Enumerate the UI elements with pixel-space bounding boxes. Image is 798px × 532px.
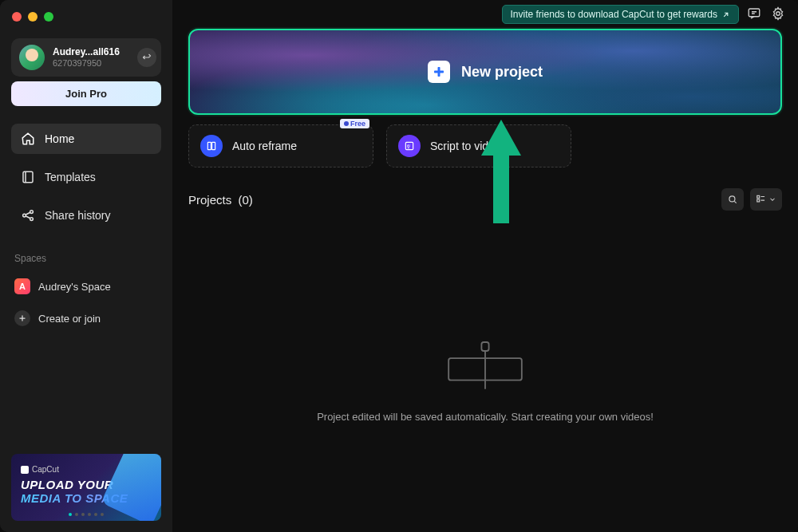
new-project-label: New project	[461, 64, 543, 81]
minimize-window-icon[interactable]	[28, 12, 38, 22]
svg-rect-7	[434, 71, 444, 73]
script-to-video-icon: AI	[398, 135, 421, 157]
sidebar: Audrey...all616 6270397950 Join Pro Home…	[0, 0, 172, 532]
svg-rect-8	[207, 142, 211, 149]
script-to-video-card[interactable]: AI Script to video	[386, 124, 571, 167]
promo-banner[interactable]: CapCut UPLOAD YOUR MEDIA TO SPACE	[11, 454, 161, 521]
switch-account-icon[interactable]	[137, 48, 156, 67]
search-icon	[727, 194, 738, 205]
svg-point-12	[729, 196, 735, 202]
search-button[interactable]	[721, 188, 744, 211]
feedback-icon[interactable]	[747, 6, 763, 22]
carousel-dots[interactable]	[69, 513, 104, 516]
topbar: Invite friends to download CapCut to get…	[172, 0, 798, 29]
svg-rect-9	[212, 142, 215, 149]
empty-illustration-icon	[441, 336, 529, 395]
svg-rect-4	[749, 9, 760, 17]
projects-heading: Projects (0)	[188, 193, 253, 207]
nav-templates[interactable]: Templates	[11, 162, 161, 192]
close-window-icon[interactable]	[12, 12, 22, 22]
avatar	[19, 45, 45, 70]
main-area: Invite friends to download CapCut to get…	[172, 0, 798, 532]
nav-label: Templates	[45, 171, 96, 183]
join-pro-button[interactable]: Join Pro	[11, 81, 161, 106]
chevron-down-icon	[768, 194, 776, 205]
svg-rect-17	[481, 342, 488, 351]
empty-state-text: Project edited will be saved automatical…	[317, 411, 654, 423]
settings-icon[interactable]	[771, 6, 787, 22]
plus-icon	[14, 310, 30, 326]
maximize-window-icon[interactable]	[44, 12, 53, 22]
grid-view-icon	[756, 194, 767, 205]
svg-rect-0	[23, 171, 33, 183]
nav-label: Home	[45, 132, 74, 145]
nav-label: Share history	[45, 209, 110, 222]
new-project-button[interactable]: New project	[188, 29, 782, 115]
create-or-join-space[interactable]: Create or join	[11, 304, 161, 333]
space-name: Audrey's Space	[38, 281, 111, 293]
auto-reframe-label: Auto reframe	[232, 140, 297, 152]
space-item[interactable]: A Audrey's Space	[11, 272, 161, 301]
user-card[interactable]: Audrey...all616 6270397950	[11, 38, 161, 77]
create-join-label: Create or join	[38, 313, 101, 325]
projects-empty-state: Project edited will be saved automatical…	[188, 242, 782, 516]
svg-point-5	[776, 12, 780, 16]
free-badge: Free	[340, 119, 369, 128]
space-badge-icon: A	[14, 278, 30, 294]
svg-text:AI: AI	[407, 144, 410, 148]
script-to-video-label: Script to video	[430, 140, 501, 152]
invite-friends-button[interactable]: Invite friends to download CapCut to get…	[502, 5, 739, 24]
nav-share-history[interactable]: Share history	[11, 200, 161, 231]
svg-rect-13	[757, 195, 760, 198]
sort-view-button[interactable]	[750, 188, 782, 211]
auto-reframe-icon	[200, 135, 223, 157]
arrow-up-right-icon	[721, 10, 730, 19]
promo-decoration	[101, 454, 161, 521]
svg-rect-14	[757, 199, 760, 202]
window-controls[interactable]	[12, 12, 53, 22]
spaces-section-label: Spaces	[11, 248, 161, 269]
auto-reframe-card[interactable]: Free Auto reframe	[188, 124, 373, 167]
nav-home[interactable]: Home	[11, 124, 161, 154]
plus-icon	[428, 61, 450, 83]
